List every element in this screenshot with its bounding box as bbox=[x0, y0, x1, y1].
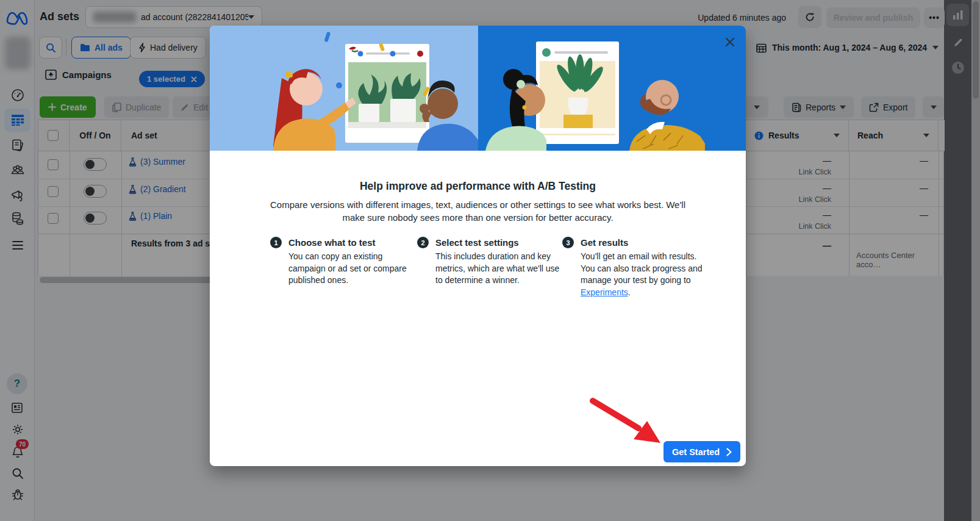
close-icon bbox=[725, 37, 735, 47]
experiments-link[interactable]: Experiments bbox=[581, 287, 628, 297]
modal-title: Help improve ad performance with A/B Tes… bbox=[210, 180, 746, 193]
get-started-label: Get Started bbox=[672, 447, 720, 457]
step-1-title: Choose what to test bbox=[288, 237, 376, 248]
ab-testing-modal: Help improve ad performance with A/B Tes… bbox=[210, 26, 746, 466]
step-3-number: 3 bbox=[562, 237, 574, 248]
get-started-button[interactable]: Get Started bbox=[663, 441, 740, 462]
step-1-number: 1 bbox=[270, 237, 282, 248]
step-2-number: 2 bbox=[417, 237, 429, 248]
step-1: 1 Choose what to test You can copy an ex… bbox=[270, 237, 420, 287]
step-2-title: Select test settings bbox=[435, 237, 519, 248]
step-3: 3 Get results You'll get an email with r… bbox=[562, 237, 712, 298]
step-2-text: This includes duration and key metrics, … bbox=[435, 251, 567, 287]
step-2: 2 Select test settings This includes dur… bbox=[417, 237, 567, 287]
ads-manager-app: ? 70 Ad sets ad account (28228414012051… bbox=[0, 0, 980, 521]
ab-testing-illustration bbox=[210, 26, 746, 151]
step-1-text: You can copy an existing campaign or ad … bbox=[288, 251, 420, 287]
step-3-title: Get results bbox=[581, 237, 628, 248]
modal-description: Compare versions with different images, … bbox=[259, 198, 697, 224]
modal-close-button[interactable] bbox=[721, 33, 739, 51]
chevron-right-icon bbox=[726, 448, 732, 456]
step-3-text: You'll get an email with results. You ca… bbox=[581, 251, 712, 298]
